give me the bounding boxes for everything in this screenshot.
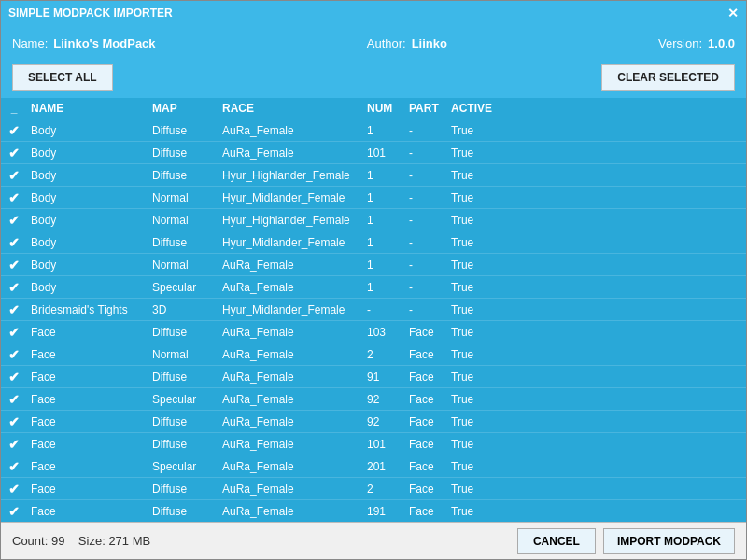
version-field: Version: 1.0.0	[658, 36, 735, 50]
table-row[interactable]: ✔ Body Specular AuRa_Female 1 - True	[1, 276, 746, 299]
row-check[interactable]: ✔	[1, 302, 27, 317]
row-check[interactable]: ✔	[1, 168, 27, 183]
table-row[interactable]: ✔ Face Diffuse AuRa_Female 91 Face True	[1, 366, 746, 388]
row-num: 201	[363, 460, 405, 473]
row-active: True	[447, 348, 499, 361]
row-part: -	[405, 191, 447, 204]
row-map: Diffuse	[148, 236, 218, 249]
row-name: Face	[27, 483, 148, 496]
row-map: Diffuse	[148, 326, 218, 339]
row-race: AuRa_Female	[218, 326, 363, 339]
row-part: Face	[405, 460, 447, 473]
row-name: Body	[27, 214, 148, 227]
checkmark-icon: ✔	[8, 146, 20, 161]
row-check[interactable]: ✔	[1, 504, 27, 519]
row-part: -	[405, 236, 447, 249]
clear-selected-button[interactable]: CLEAR SELECTED	[601, 64, 735, 91]
row-active: True	[447, 415, 499, 428]
table-row[interactable]: ✔ Body Diffuse Hyur_Highlander_Female 1 …	[1, 164, 746, 187]
table-row[interactable]: ✔ Body Normal Hyur_Highlander_Female 1 -…	[1, 209, 746, 231]
row-check[interactable]: ✔	[1, 437, 27, 452]
row-check[interactable]: ✔	[1, 146, 27, 161]
row-race: Hyur_Midlander_Female	[218, 236, 363, 249]
table-header: _ NAME MAP RACE NUM PART ACTIVE	[1, 98, 746, 119]
row-check[interactable]: ✔	[1, 414, 27, 429]
row-active: True	[447, 214, 499, 227]
table-row[interactable]: ✔ Face Specular AuRa_Female 201 Face Tru…	[1, 455, 746, 478]
table-row[interactable]: ✔ Face Diffuse AuRa_Female 92 Face True	[1, 411, 746, 433]
table-row[interactable]: ✔ Bridesmaid's Tights 3D Hyur_Midlander_…	[1, 299, 746, 321]
row-check[interactable]: ✔	[1, 459, 27, 474]
row-check[interactable]: ✔	[1, 325, 27, 340]
row-name: Body	[27, 236, 148, 249]
row-check[interactable]: ✔	[1, 482, 27, 497]
row-name: Face	[27, 348, 148, 361]
row-name: Body	[27, 259, 148, 272]
table-row[interactable]: ✔ Body Normal AuRa_Female 1 - True	[1, 254, 746, 276]
select-all-button[interactable]: SELECT ALL	[12, 64, 113, 91]
row-num: 1	[363, 281, 405, 294]
table-row[interactable]: ✔ Body Diffuse AuRa_Female 101 - True	[1, 142, 746, 164]
row-name: Body	[27, 169, 148, 182]
row-active: True	[447, 303, 499, 316]
row-map: Diffuse	[148, 124, 218, 137]
row-race: AuRa_Female	[218, 393, 363, 406]
row-num: 1	[363, 169, 405, 182]
row-check[interactable]: ✔	[1, 392, 27, 407]
row-part: -	[405, 281, 447, 294]
row-check[interactable]: ✔	[1, 347, 27, 362]
row-active: True	[447, 393, 499, 406]
row-check[interactable]: ✔	[1, 213, 27, 228]
table-row[interactable]: ✔ Body Normal Hyur_Midlander_Female 1 - …	[1, 187, 746, 209]
version-label: Version:	[658, 36, 702, 50]
col-header-part: PART	[405, 102, 447, 115]
row-name: Face	[27, 371, 148, 384]
row-check[interactable]: ✔	[1, 235, 27, 250]
row-num: 92	[363, 393, 405, 406]
row-part: Face	[405, 393, 447, 406]
row-check[interactable]: ✔	[1, 280, 27, 295]
table-row[interactable]: ✔ Face Diffuse AuRa_Female 191 Face True	[1, 500, 746, 522]
row-race: AuRa_Female	[218, 483, 363, 496]
table-body[interactable]: ✔ Body Diffuse AuRa_Female 1 - True ✔ Bo…	[1, 119, 746, 522]
row-part: -	[405, 214, 447, 227]
checkmark-icon: ✔	[8, 280, 20, 295]
cancel-button[interactable]: CANCEL	[517, 528, 596, 554]
table-row[interactable]: ✔ Face Diffuse AuRa_Female 103 Face True	[1, 321, 746, 343]
table-row[interactable]: ✔ Face Specular AuRa_Female 92 Face True	[1, 388, 746, 411]
row-num: 91	[363, 371, 405, 384]
table-row[interactable]: ✔ Body Diffuse Hyur_Midlander_Female 1 -…	[1, 231, 746, 254]
row-map: Diffuse	[148, 371, 218, 384]
row-check[interactable]: ✔	[1, 258, 27, 273]
close-button[interactable]: ✕	[727, 7, 739, 20]
row-check[interactable]: ✔	[1, 370, 27, 385]
name-value: Liinko's ModPack	[53, 36, 155, 50]
checkmark-icon: ✔	[8, 325, 20, 340]
table-row[interactable]: ✔ Face Diffuse AuRa_Female 101 Face True	[1, 433, 746, 455]
footer-buttons: CANCEL IMPORT MODPACK	[517, 528, 735, 554]
row-check[interactable]: ✔	[1, 123, 27, 138]
row-race: Hyur_Midlander_Female	[218, 303, 363, 316]
row-map: Normal	[148, 348, 218, 361]
name-field: Name: Liinko's ModPack	[12, 36, 156, 50]
main-window: SIMPLE MODPACK IMPORTER ✕ Name: Liinko's…	[0, 0, 747, 560]
row-check[interactable]: ✔	[1, 190, 27, 205]
checkmark-icon: ✔	[8, 213, 20, 228]
row-name: Bridesmaid's Tights	[27, 303, 148, 316]
name-label: Name:	[12, 36, 48, 50]
col-header-map: MAP	[148, 102, 218, 115]
checkmark-icon: ✔	[8, 347, 20, 362]
footer-row: Count: 99 Size: 271 MB CANCEL IMPORT MOD…	[1, 522, 746, 559]
row-race: Hyur_Highlander_Female	[218, 214, 363, 227]
row-active: True	[447, 147, 499, 160]
import-modpack-button[interactable]: IMPORT MODPACK	[603, 528, 735, 554]
table-row[interactable]: ✔ Face Normal AuRa_Female 2 Face True	[1, 343, 746, 366]
table-row[interactable]: ✔ Body Diffuse AuRa_Female 1 - True	[1, 119, 746, 142]
row-num: 1	[363, 259, 405, 272]
row-active: True	[447, 169, 499, 182]
checkmark-icon: ✔	[8, 302, 20, 317]
row-map: Normal	[148, 214, 218, 227]
table-row[interactable]: ✔ Face Diffuse AuRa_Female 2 Face True	[1, 478, 746, 500]
row-race: AuRa_Female	[218, 348, 363, 361]
row-race: AuRa_Female	[218, 505, 363, 518]
